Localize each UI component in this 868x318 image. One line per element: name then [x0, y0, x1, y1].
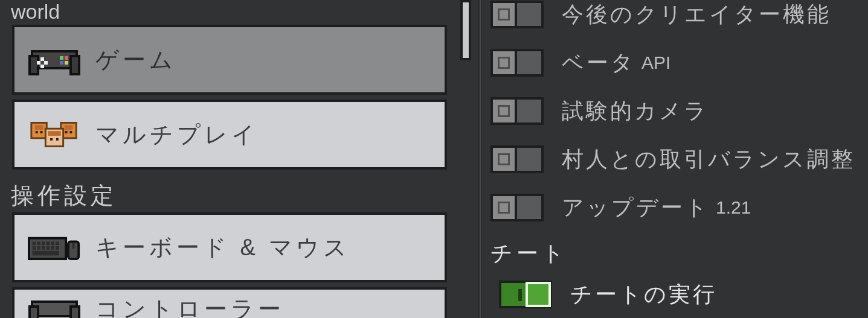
svg-rect-16: [48, 131, 61, 136]
svg-rect-20: [69, 131, 72, 133]
toggle-beta-api[interactable]: [490, 49, 544, 77]
option-label: 今後のクリエイター機能: [562, 0, 831, 30]
option-label: 村人との取引バランス調整: [562, 145, 855, 174]
keyboard-mouse-icon: [28, 226, 81, 269]
svg-rect-38: [72, 243, 75, 249]
svg-rect-28: [51, 241, 54, 245]
svg-rect-7: [60, 56, 63, 60]
option-label: ベータ: [562, 48, 635, 78]
option-row: 村人との取引バランス調整: [487, 135, 868, 183]
controller-icon: [28, 295, 81, 318]
option-label: 試験的カメラ: [562, 97, 709, 126]
nav-list-world: ゲーム: [0, 25, 459, 170]
section-header-cheats: チート: [487, 232, 868, 273]
sidebar-item-game[interactable]: ゲーム: [12, 25, 447, 95]
toggle-upcoming-creator-features[interactable]: [490, 1, 544, 28]
svg-rect-5: [44, 61, 48, 65]
section-header-controls: 操作設定: [0, 180, 459, 212]
controller-icon: [28, 39, 81, 81]
nav-list-controls: キーボード & マウス コントローラー: [0, 212, 459, 318]
section-header-world: world: [0, 0, 459, 25]
option-row: チートの実行: [487, 273, 868, 316]
svg-rect-2: [71, 56, 79, 74]
svg-rect-35: [56, 246, 59, 250]
options-panel: 今後のクリエイター機能 ベータ API 試験的カメラ 村人との取引バランス調整 …: [487, 0, 868, 318]
svg-rect-29: [56, 241, 59, 245]
sidebar-item-label: マルチプレイ: [95, 119, 259, 150]
option-sublabel: 1.21: [716, 197, 751, 218]
svg-rect-31: [37, 246, 40, 250]
sidebar-item-multiplayer[interactable]: マルチプレイ: [12, 100, 447, 170]
svg-rect-18: [40, 131, 43, 133]
settings-sidebar: world ゲーム: [0, 0, 459, 318]
option-row: 今後のクリエイター機能: [487, 0, 868, 39]
toggle-experimental-camera[interactable]: [490, 97, 544, 125]
svg-rect-4: [37, 61, 40, 65]
svg-rect-14: [35, 125, 43, 130]
toggle-update-121[interactable]: [490, 194, 544, 221]
sidebar-item-label: キーボード & マウス: [95, 232, 350, 263]
sidebar-item-label: コントローラー: [95, 294, 285, 319]
option-row: 試験的カメラ: [487, 87, 868, 135]
sidebar-scrollbar[interactable]: [460, 0, 471, 60]
svg-rect-9: [60, 61, 63, 65]
svg-rect-6: [40, 65, 44, 68]
svg-rect-36: [33, 251, 59, 256]
svg-rect-22: [56, 138, 59, 141]
sidebar-item-controller[interactable]: コントローラー: [12, 287, 447, 318]
svg-rect-25: [37, 241, 40, 245]
toggle-villager-trade-rebalance[interactable]: [490, 145, 544, 173]
panel-divider: [478, 0, 482, 318]
option-row: ベータ API: [487, 39, 868, 87]
svg-rect-30: [33, 246, 36, 250]
svg-rect-3: [40, 57, 44, 61]
option-sublabel: API: [641, 52, 670, 73]
players-icon: [28, 113, 81, 156]
svg-rect-21: [50, 138, 53, 141]
svg-rect-41: [71, 307, 79, 318]
toggle-cheats[interactable]: [499, 281, 552, 308]
svg-rect-17: [36, 131, 38, 133]
option-row: アップデート 1.21: [487, 183, 868, 232]
svg-rect-33: [47, 246, 50, 250]
svg-rect-1: [30, 56, 38, 74]
sidebar-item-label: ゲーム: [95, 45, 176, 75]
svg-rect-24: [33, 241, 36, 245]
option-label: チートの実行: [570, 280, 717, 310]
svg-rect-27: [47, 241, 50, 245]
svg-rect-19: [65, 131, 68, 133]
svg-rect-26: [42, 241, 45, 245]
svg-rect-32: [42, 246, 45, 250]
svg-rect-40: [30, 307, 38, 318]
svg-rect-10: [65, 61, 68, 65]
option-label: アップデート: [562, 193, 710, 223]
svg-rect-8: [65, 56, 68, 60]
svg-rect-34: [51, 246, 54, 250]
svg-rect-11: [31, 122, 47, 138]
svg-rect-15: [65, 125, 73, 130]
sidebar-item-keyboard-mouse[interactable]: キーボード & マウス: [12, 212, 447, 282]
